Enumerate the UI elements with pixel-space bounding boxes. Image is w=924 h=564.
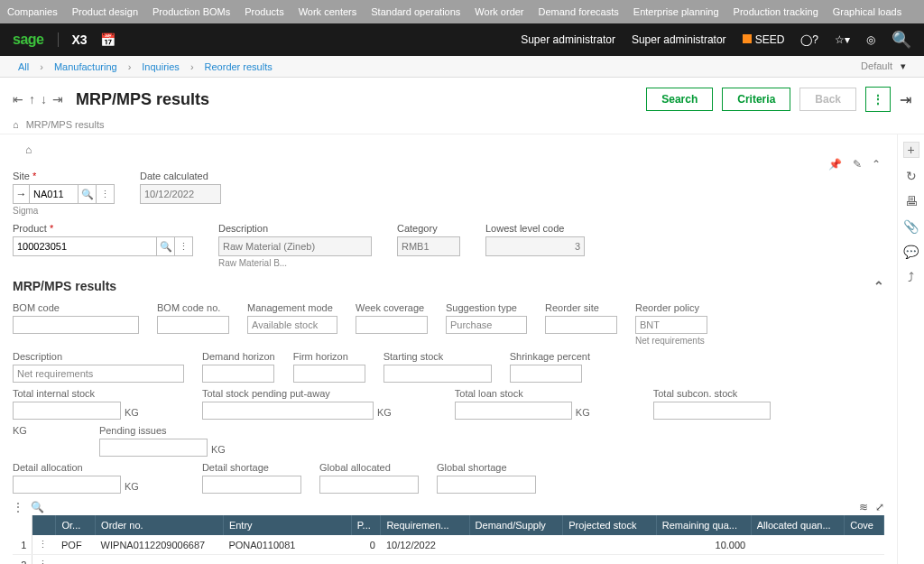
x3-label: X3 (58, 32, 87, 47)
bom-code-no-label: BOM code no. (157, 302, 229, 313)
hdr-entry[interactable]: Entry (223, 515, 351, 535)
home-icon[interactable]: ⌂ (13, 119, 19, 130)
top-nav-products[interactable]: Products (245, 6, 283, 17)
table-row[interactable]: 1 ⋮ POF WIPNA0112209006687 PONA0110081 0… (13, 535, 884, 555)
user-role-2[interactable]: Super administrator (632, 33, 726, 46)
breadcrumb-all[interactable]: All (18, 61, 29, 72)
nav-down-icon[interactable]: ↓ (41, 92, 47, 106)
user-role-1[interactable]: Super administrator (521, 33, 615, 46)
compass-icon[interactable]: ◎ (866, 33, 875, 46)
hdr-alloc[interactable]: Allocated quan... (751, 515, 845, 535)
breadcrumb-default[interactable]: Default ▾ (855, 60, 906, 72)
criteria-button[interactable]: Criteria (722, 88, 790, 111)
site-menu-icon[interactable]: ⋮ (97, 184, 115, 204)
top-nav-product-design[interactable]: Product design (72, 6, 138, 17)
title-bar: ⇤ ↑ ↓ ⇥ MRP/MPS results Search Criteria … (0, 78, 924, 117)
top-nav-companies[interactable]: Companies (7, 6, 58, 17)
hdr-p[interactable]: P... (351, 515, 381, 535)
description2-input (13, 365, 184, 383)
hdr-menu (32, 515, 56, 535)
total-internal-input[interactable] (13, 402, 121, 420)
site-input[interactable] (29, 184, 79, 204)
results-header: MRP/MPS results (13, 279, 116, 293)
seed-indicator[interactable]: SEED (743, 33, 785, 46)
detail-alloc-input[interactable] (13, 476, 121, 494)
global-short-input[interactable] (437, 476, 536, 494)
reorder-site-input[interactable] (545, 316, 617, 334)
table-expand-icon[interactable]: ⤢ (875, 501, 884, 513)
site-lookup-icon[interactable]: 🔍 (79, 184, 97, 204)
starting-stock-label: Starting stock (383, 351, 492, 362)
hdr-ds[interactable]: Demand/Supply (469, 515, 563, 535)
hdr-cov[interactable]: Cove (845, 515, 884, 535)
back-button[interactable]: Back (799, 88, 856, 111)
sidebar-print-icon[interactable]: 🖶 (905, 194, 918, 208)
shrinkage-input[interactable] (510, 365, 582, 383)
nav-last-icon[interactable]: ⇥ (52, 92, 63, 106)
hdr-req[interactable]: Requiremen... (381, 515, 469, 535)
section-home-icon[interactable]: ⌂ (25, 143, 32, 156)
table-layers-icon[interactable]: ≋ (859, 501, 868, 513)
exit-icon[interactable]: ⇥ (900, 91, 911, 108)
row-menu-icon[interactable]: ⋮ (38, 559, 48, 564)
product-menu-icon[interactable]: ⋮ (175, 236, 193, 256)
product-input[interactable] (13, 236, 157, 256)
total-loan-input[interactable] (455, 402, 572, 420)
hdr-or[interactable]: Or... (56, 515, 96, 535)
top-nav-work-order[interactable]: Work order (475, 6, 523, 17)
total-subcon-input[interactable] (653, 402, 771, 420)
edit-icon[interactable]: ✎ (853, 158, 862, 171)
top-nav-production-tracking[interactable]: Production tracking (734, 6, 818, 17)
starting-stock-input[interactable] (383, 365, 492, 383)
top-nav-graphical-loads[interactable]: Graphical loads (833, 6, 901, 17)
top-strip: Companies Product design Production BOMs… (0, 0, 924, 23)
table-menu-icon[interactable]: ⋮ (13, 501, 23, 513)
detail-short-input[interactable] (202, 476, 301, 494)
favorite-icon[interactable]: ☆▾ (835, 33, 850, 46)
breadcrumb-inquiries[interactable]: Inquiries (142, 61, 180, 72)
results-collapse-icon[interactable]: ⌃ (873, 279, 884, 293)
top-nav-demand-forecasts[interactable]: Demand forecasts (539, 6, 619, 17)
row-menu-icon[interactable]: ⋮ (38, 539, 48, 550)
sidebar-add-icon[interactable]: + (903, 142, 919, 158)
breadcrumb-reorder-results[interactable]: Reorder results (205, 61, 273, 72)
demand-horizon-input[interactable] (202, 365, 274, 383)
cell-rownum: 2 (13, 555, 32, 565)
nav-first-icon[interactable]: ⇤ (13, 92, 23, 106)
pin-icon[interactable]: 📌 (828, 158, 842, 171)
sidebar-comment-icon[interactable]: 💬 (903, 245, 919, 259)
table-row[interactable]: 2 ⋮ (13, 555, 884, 565)
top-nav-enterprise-planning[interactable]: Enterprise planning (633, 6, 719, 17)
product-lookup-icon[interactable]: 🔍 (157, 236, 175, 256)
collapse-icon[interactable]: ⌃ (872, 158, 881, 171)
description-label: Description (218, 223, 372, 234)
total-pending-input[interactable] (202, 402, 374, 420)
pending-issues-input[interactable] (99, 439, 208, 457)
site-goto-icon[interactable]: → (13, 184, 29, 204)
table-search-icon[interactable]: 🔍 (31, 501, 44, 513)
firm-horizon-input[interactable] (293, 365, 365, 383)
top-nav-production-boms[interactable]: Production BOMs (152, 6, 230, 17)
bom-code-no-input[interactable] (157, 316, 229, 334)
search-icon[interactable]: 🔍 (892, 30, 911, 50)
more-actions-button[interactable]: ⋮ (865, 87, 891, 112)
help-icon[interactable]: ◯? (800, 33, 818, 46)
app-bar: sage X3 📅 Super administrator Super admi… (0, 23, 924, 56)
top-nav-standard-ops[interactable]: Standard operations (371, 6, 460, 17)
search-button[interactable]: Search (646, 88, 713, 111)
calendar-icon[interactable]: 📅 (100, 32, 116, 47)
sub-title: MRP/MPS results (26, 119, 105, 130)
global-alloc-input[interactable] (319, 476, 419, 494)
week-coverage-input[interactable] (356, 316, 428, 334)
hdr-proj[interactable]: Projected stock (563, 515, 657, 535)
hdr-orderno[interactable]: Order no. (96, 515, 224, 535)
lowest-level-label: Lowest level code (485, 223, 585, 234)
sidebar-attach-icon[interactable]: 📎 (903, 219, 919, 234)
sidebar-refresh-icon[interactable]: ↻ (906, 169, 917, 183)
hdr-rem[interactable]: Remaining qua... (656, 515, 751, 535)
top-nav-work-centers[interactable]: Work centers (299, 6, 357, 17)
nav-up-icon[interactable]: ↑ (29, 92, 35, 106)
breadcrumb-manufacturing[interactable]: Manufacturing (54, 61, 117, 72)
sidebar-export-icon[interactable]: ⤴ (908, 270, 914, 284)
bom-code-input[interactable] (13, 316, 139, 334)
